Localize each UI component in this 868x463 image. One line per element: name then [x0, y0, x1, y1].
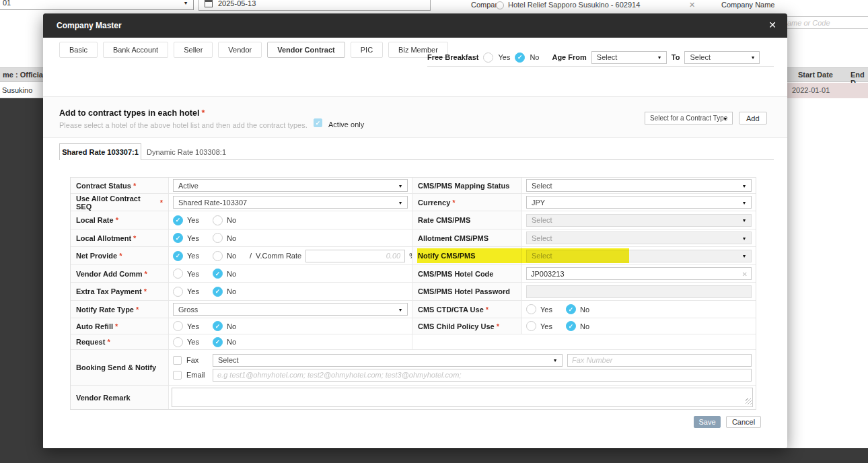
tab-shared-rate[interactable]: Shared Rate 103307:1: [59, 143, 141, 160]
no-label: No: [227, 338, 236, 346]
cms-hotel-password-input[interactable]: [526, 285, 752, 298]
section-title: Add to contract types in each hotel*: [59, 108, 205, 118]
cms-hotel-code-input[interactable]: [526, 267, 752, 280]
company-radio[interactable]: [496, 1, 504, 9]
background-partial-select[interactable]: 01 ▼: [0, 0, 194, 10]
clear-hotel-code-icon[interactable]: ✕: [742, 270, 748, 277]
email-checkbox[interactable]: [173, 371, 182, 380]
label-text: Auto Refill: [76, 322, 113, 330]
vcomm-rate-label: V.Comm Rate: [256, 252, 301, 260]
extra-tax-no-radio[interactable]: [213, 287, 223, 297]
age-from-select[interactable]: Select: [591, 51, 667, 64]
tab-vendor[interactable]: Vendor: [218, 42, 262, 58]
fax-checkbox[interactable]: [173, 356, 182, 365]
modal-tabs: Basic Bank Account Seller Vendor Vendor …: [59, 42, 448, 58]
label-use-allot-contract-seq: Use Allot Contract SEQ*: [71, 194, 169, 211]
column-header-name: me : Official: [3, 71, 45, 79]
label-auto-refill: Auto Refill*: [71, 318, 169, 334]
label-net-provide: Net Provide*: [71, 247, 169, 265]
label-text: CMS/PMS Hotel Code: [418, 270, 493, 278]
clear-company-icon[interactable]: ✕: [689, 1, 695, 9]
active-only-checkbox[interactable]: [314, 118, 322, 127]
label-vendor-add-comm: Vendor Add Comm*: [71, 265, 169, 283]
local-rate-no-radio[interactable]: [213, 215, 223, 225]
ctd-cta-no-radio[interactable]: [566, 304, 576, 314]
tab-dynamic-rate[interactable]: Dynamic Rate 103308:1: [144, 143, 229, 160]
label-allotment-cms-pms: Allotment CMS/PMS: [412, 229, 522, 247]
contract-status-select[interactable]: Active: [173, 179, 408, 192]
cell-local-rate: Yes No: [169, 211, 412, 229]
date-field[interactable]: 2025-05-13: [198, 0, 431, 11]
label-text: Booking Send & Notify: [76, 363, 156, 371]
row-start-date-cell: 2022-01-01: [792, 86, 830, 94]
required-mark: *: [133, 234, 136, 242]
tab-bank-account[interactable]: Bank Account: [103, 42, 168, 58]
auto-refill-yes-radio[interactable]: [173, 321, 183, 331]
age-to-value: Select: [690, 53, 711, 61]
fax-number-input[interactable]: [567, 354, 752, 367]
no-label: No: [227, 270, 236, 278]
request-yes-radio[interactable]: [173, 337, 183, 347]
label-cms-mapping-status: CMS/PMS Mapping Status: [412, 178, 522, 194]
email-input[interactable]: [213, 369, 752, 382]
cell-contract-status: Active: [169, 178, 412, 194]
currency-select[interactable]: JPY: [526, 196, 752, 209]
add-contract-type-button[interactable]: Add: [739, 112, 767, 124]
local-allotment-no-radio[interactable]: [213, 233, 223, 243]
local-allotment-yes-radio[interactable]: [173, 233, 183, 243]
net-provide-yes-radio[interactable]: [173, 251, 183, 261]
contract-type-select[interactable]: Select for a Contract Type: [645, 112, 733, 124]
fax-select[interactable]: Select: [213, 354, 563, 367]
required-mark: *: [145, 270, 147, 278]
close-icon[interactable]: ✕: [768, 20, 776, 30]
child-policy-no-radio[interactable]: [566, 321, 576, 331]
local-rate-yes-radio[interactable]: [173, 215, 183, 225]
cell-use-allot: Shared Rate-103307: [169, 194, 412, 211]
required-mark: *: [107, 338, 110, 346]
tab-seller[interactable]: Seller: [174, 42, 213, 58]
ctd-cta-yes-radio[interactable]: [526, 304, 536, 314]
required-mark: *: [115, 322, 118, 330]
no-label: No: [580, 322, 589, 330]
required-mark: *: [136, 306, 139, 314]
age-to-select[interactable]: Select: [684, 51, 760, 64]
required-mark: *: [160, 199, 163, 207]
required-mark: *: [116, 216, 118, 224]
vendor-add-comm-yes-radio[interactable]: [173, 269, 183, 279]
label-text: Local Allotment: [76, 234, 131, 242]
label-local-rate: Local Rate*: [71, 211, 169, 229]
extra-tax-yes-radio[interactable]: [173, 287, 183, 297]
net-provide-no-radio[interactable]: [213, 251, 223, 261]
free-breakfast-yes-radio[interactable]: [483, 52, 493, 63]
rate-cms-pms-select[interactable]: Select: [526, 214, 752, 227]
free-breakfast-no-radio[interactable]: [515, 52, 525, 63]
auto-refill-no-radio[interactable]: [213, 321, 223, 331]
label-text: Notify Rate Type: [76, 306, 134, 314]
child-policy-yes-radio[interactable]: [526, 321, 536, 331]
rate-cms-pms-value: Select: [532, 216, 552, 224]
allotment-cms-pms-select[interactable]: Select: [526, 232, 752, 244]
tab-basic[interactable]: Basic: [59, 42, 98, 58]
tab-pic[interactable]: PIC: [351, 42, 383, 58]
screen: 01 ▼ 2025-05-13 Company Hotel Relief Sap…: [0, 0, 868, 463]
notify-rate-type-select[interactable]: Gross: [173, 303, 408, 316]
label-request: Request*: [71, 334, 169, 350]
calendar-icon: [205, 0, 213, 7]
tab-vendor-contract[interactable]: Vendor Contract: [267, 42, 345, 58]
vendor-remark-textarea[interactable]: [172, 388, 753, 407]
notify-cms-pms-select[interactable]: Select: [526, 250, 752, 262]
label-text: CMS CTD/CTA Use: [418, 306, 484, 314]
row-name-cell: Susukino: [2, 86, 32, 94]
vendor-add-comm-no-radio[interactable]: [213, 269, 223, 279]
company-name-input[interactable]: [777, 16, 868, 29]
chevron-down-icon: ▼: [183, 0, 188, 5]
request-no-radio[interactable]: [213, 337, 223, 347]
vcomm-rate-input[interactable]: [305, 250, 405, 262]
cancel-button[interactable]: Cancel: [726, 416, 761, 428]
tabs-underline: [59, 159, 774, 160]
vendor-contract-form: Contract Status* Active CMS/PMS Mapping …: [70, 177, 756, 410]
cms-mapping-status-select[interactable]: Select: [526, 179, 752, 192]
save-button[interactable]: Save: [694, 416, 721, 428]
fax-select-value: Select: [218, 356, 239, 364]
use-allot-contract-seq-select[interactable]: Shared Rate-103307: [173, 196, 408, 209]
